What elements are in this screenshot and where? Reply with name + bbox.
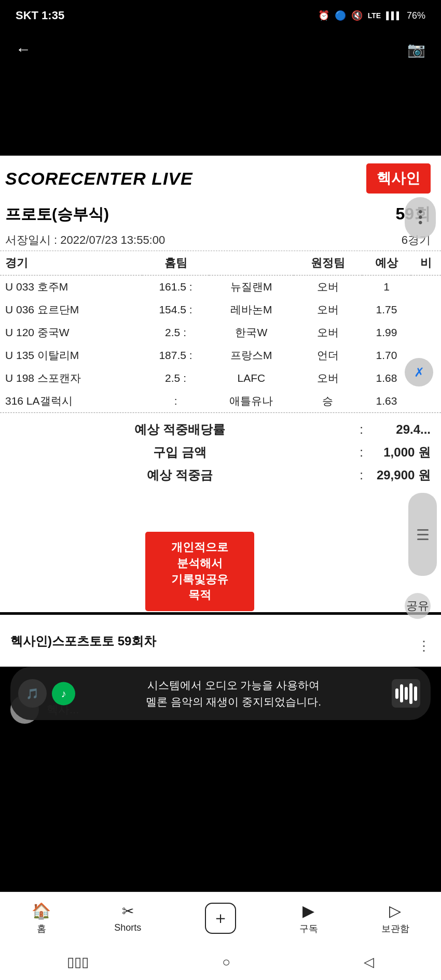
audio-line1: 시스템에서 오디오 가능을 사용하여 <box>75 677 392 694</box>
status-icons: ⏰ 🔵 🔇 LTE ▌▌▌ 76% <box>318 10 425 21</box>
nav-home[interactable]: 🏠 홈 <box>32 902 51 935</box>
video-title: 헥사인)스포츠토토 59회차 <box>10 633 156 650</box>
summary-colon: : <box>360 445 363 460</box>
cell-odds: 1.70 <box>362 344 411 367</box>
bluetooth-floating: ✗ <box>405 358 433 387</box>
table-row: U 120 중국W 2.5 : 한국W 오버 1.99 <box>0 321 441 344</box>
audio-notification-text: 시스템에서 오디오 가능을 사용하여 멜론 음악의 재생이 중지되었습니다. <box>75 677 392 710</box>
android-recent-button[interactable]: ▯▯▯ <box>67 954 89 970</box>
red-notice: 개인적으로 분석해서 기록및공유 목적 <box>145 532 254 611</box>
audio-line2: 멜론 음악의 재생이 중지되었습니다. <box>75 694 392 710</box>
cell-pred: 오버 <box>294 275 362 299</box>
col-game: 경기 <box>0 251 142 275</box>
cell-game: U 135 이탈리M <box>0 344 142 367</box>
create-button[interactable]: ＋ <box>205 903 236 934</box>
audio-avatar: 🎵 <box>18 679 47 708</box>
cell-pred: 언더 <box>294 344 362 367</box>
top-nav: ← 📷 <box>0 31 441 67</box>
summary-section: 예상 적중배당률 : 29.4... 구입 금액 : 1,000 원 예상 적중… <box>0 412 441 492</box>
red-notice-line2: 분석해서 <box>156 556 244 572</box>
red-notice-line1: 개인적으로 <box>156 540 244 556</box>
android-home-button[interactable]: ○ <box>222 954 230 970</box>
date-row: 서장일시 : 2022/07/23 13:55:00 6경기 <box>0 230 441 251</box>
black-spacer <box>0 67 441 156</box>
shorts-label: Shorts <box>114 922 141 933</box>
scroll-handle[interactable] <box>408 493 437 576</box>
table-row: U 033 호주M 161.5 : 뉴질랜M 오버 1 <box>0 275 441 299</box>
red-notice-line4: 목적 <box>156 587 244 603</box>
audio-waveform <box>392 679 420 708</box>
cell-away: LAFC <box>209 367 294 390</box>
nav-shorts[interactable]: ✂ Shorts <box>114 903 141 933</box>
wave-bar-5 <box>414 686 417 701</box>
share-button[interactable]: 공유 <box>405 593 431 619</box>
cell-odds: 1.75 <box>362 298 411 321</box>
android-back-button[interactable]: ◁ <box>364 954 374 970</box>
summary-value: 29,900 원 <box>368 467 431 484</box>
nav-library[interactable]: ▷ 보관함 <box>381 902 409 935</box>
subscriptions-icon: ▶ <box>302 902 314 920</box>
summary-colon: : <box>360 468 363 482</box>
shorts-icon: ✂ <box>122 903 134 920</box>
cell-game: U 033 호주M <box>0 275 142 299</box>
audio-notification: 🎵 ♪ 시스템에서 오디오 가능을 사용하여 멜론 음악의 재생이 중지되었습니… <box>10 667 431 720</box>
video-title-area: 헥사인)스포츠토토 59회차 <box>0 615 441 667</box>
share-label: 공유 <box>406 598 429 614</box>
three-dots-menu[interactable]: ••• <box>405 197 436 239</box>
nav-subscriptions[interactable]: ▶ 구독 <box>299 902 318 935</box>
summary-row: 예상 적중금 : 29,900 원 <box>5 464 431 487</box>
cell-score: : <box>142 390 209 412</box>
proto-row: 프로토(승부식) 59회 <box>0 199 441 230</box>
cell-game: 316 LA갤럭시 <box>0 390 142 412</box>
cell-pred: 오버 <box>294 321 362 344</box>
col-odds: 비 <box>411 251 441 275</box>
scorecenter-title: SCORECENTER LIVE <box>5 169 193 189</box>
scroll-line-3 <box>417 539 429 540</box>
table-row: U 198 스포캔자 2.5 : LAFC 오버 1.68 <box>0 367 441 390</box>
summary-value: 29.4... <box>368 422 431 437</box>
bluetooth-icon: 🔵 <box>335 10 346 21</box>
library-label: 보관함 <box>381 922 409 935</box>
wave-bar-3 <box>405 687 408 700</box>
cell-away: 한국W <box>209 321 294 344</box>
cell-score: 2.5 : <box>142 367 209 390</box>
cell-odds: 1.68 <box>362 367 411 390</box>
cell-score: 154.5 : <box>142 298 209 321</box>
cell-score: 2.5 : <box>142 321 209 344</box>
wave-bar-1 <box>395 688 398 699</box>
camera-button[interactable]: 📷 <box>407 41 425 58</box>
home-icon: 🏠 <box>32 902 51 920</box>
android-nav: ▯▯▯ ○ ◁ <box>0 944 441 980</box>
col-pred: 예상 <box>362 251 411 275</box>
home-label: 홈 <box>37 922 46 935</box>
carrier-time: SKT 1:35 <box>16 9 64 22</box>
wave-bar-2 <box>400 684 403 702</box>
wave-bar-4 <box>409 683 412 704</box>
cell-away: 프랑스M <box>209 344 294 367</box>
cell-odds: 1.99 <box>362 321 411 344</box>
cell-odds: 1 <box>362 275 411 299</box>
bt-symbol: ✗ <box>414 365 424 380</box>
back-button[interactable]: ← <box>16 40 31 58</box>
nav-create[interactable]: ＋ <box>205 903 236 934</box>
cell-pred: 오버 <box>294 298 362 321</box>
lte-label: LTE <box>368 11 381 20</box>
cell-away: 뉴질랜M <box>209 275 294 299</box>
proto-label: 프로토(승부식) <box>5 204 109 225</box>
audio-app-icon: ♪ <box>52 682 75 705</box>
scroll-lines <box>417 529 429 540</box>
table-row: U 135 이탈리M 187.5 : 프랑스M 언더 1.70 <box>0 344 441 367</box>
summary-label: 구입 금액 <box>5 444 354 461</box>
video-options-button[interactable]: ⋮ <box>417 638 431 654</box>
status-bar: SKT 1:35 ⏰ 🔵 🔇 LTE ▌▌▌ 76% <box>0 0 441 31</box>
cell-score: 161.5 : <box>142 275 209 299</box>
summary-value: 1,000 원 <box>368 444 431 461</box>
dots-icon: ••• <box>413 210 428 226</box>
cell-away: 레바논M <box>209 298 294 321</box>
col-score <box>209 251 294 275</box>
table-row: U 036 요르단M 154.5 : 레바논M 오버 1.75 <box>0 298 441 321</box>
hexagon-badge: 헥사인 <box>366 163 431 194</box>
summary-row: 구입 금액 : 1,000 원 <box>5 441 431 464</box>
summary-label: 예상 적중배당률 <box>5 421 354 438</box>
battery-label: 76% <box>407 10 425 21</box>
